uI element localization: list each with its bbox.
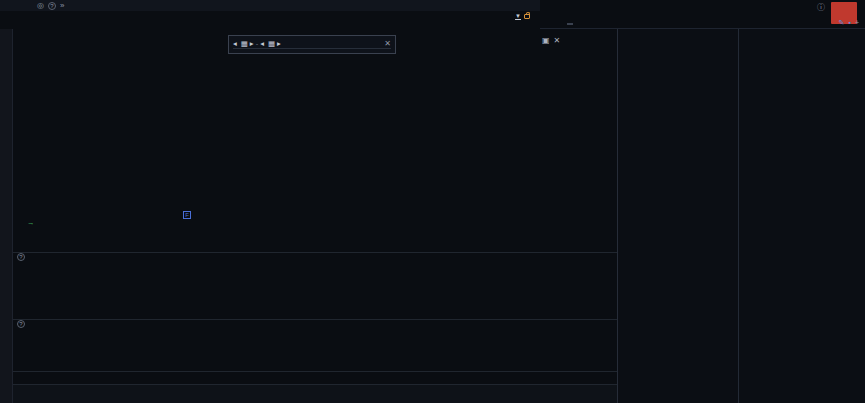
date-range-selector[interactable]: ▼ xyxy=(512,13,530,19)
square-icon[interactable]: ▪ xyxy=(848,19,850,27)
candlestick-chart[interactable] xyxy=(13,29,617,252)
view-sidebar xyxy=(0,29,13,403)
market-status xyxy=(567,23,573,25)
help-icon[interactable]: ? xyxy=(17,320,25,328)
volume-indicator-label: ? xyxy=(17,253,53,261)
time-axis xyxy=(13,371,617,383)
maximize-icon[interactable]: ▣ xyxy=(542,36,550,45)
more-chevron-icon[interactable]: » xyxy=(60,1,64,10)
stock-header: ⓘ ✎ ▪ + xyxy=(540,0,865,29)
selection-box-controls: ▣ ✕ xyxy=(542,36,560,45)
fundamentals-column xyxy=(738,29,865,403)
prev-arrow-icon[interactable]: ◂ xyxy=(233,39,237,48)
close-icon[interactable]: ✕ xyxy=(384,39,391,48)
period-toolbar: ◎ ? » xyxy=(0,0,540,11)
order-book-column xyxy=(618,29,738,403)
volume-chart[interactable] xyxy=(13,262,617,319)
pencil-icon[interactable]: ✎ xyxy=(839,19,845,27)
prev-arrow-icon[interactable]: ◂ xyxy=(260,39,264,48)
range-stats-tooltip: ◂ ▦ ▸ - ◂ ▦ ▸ ✕ xyxy=(228,35,396,54)
lock-icon xyxy=(524,14,530,19)
header-mini-icons: ✎ ▪ + xyxy=(839,19,859,27)
next-arrow-icon[interactable]: ▸ xyxy=(250,39,254,48)
tooltip-header: ◂ ▦ ▸ - ◂ ▦ ▸ ✕ xyxy=(233,38,391,49)
arrow-right-icon: → xyxy=(27,218,35,227)
chevron-down-icon: ▼ xyxy=(515,13,521,19)
calendar-icon[interactable]: ▦ xyxy=(268,39,275,48)
close-icon[interactable]: ✕ xyxy=(554,36,561,45)
plus-icon[interactable]: + xyxy=(855,19,859,27)
stock-name-block: ⓘ xyxy=(817,1,825,13)
quote-panel xyxy=(617,29,865,403)
help-icon[interactable]: ? xyxy=(17,253,25,261)
period-low-label: → xyxy=(27,218,35,227)
quote-bar: ▼ xyxy=(0,11,540,21)
event-flag-icon[interactable]: F xyxy=(183,211,191,219)
price-change xyxy=(658,8,664,19)
ma-values-bar xyxy=(0,21,540,29)
info-icon[interactable]: ⓘ xyxy=(817,3,825,12)
market-status-line xyxy=(552,23,584,25)
calendar-icon[interactable]: ▦ xyxy=(241,39,248,48)
help-icon[interactable]: ? xyxy=(48,2,56,10)
gear-icon[interactable]: ◎ xyxy=(37,1,44,10)
macd-indicator-label: ? xyxy=(17,320,53,328)
macd-chart[interactable] xyxy=(13,322,617,371)
indicator-tabs xyxy=(13,384,617,403)
chart-region: → ▣ ✕ F ◂ ▦ ▸ - ◂ ▦ ▸ ✕ ? ? xyxy=(13,29,617,403)
next-arrow-icon[interactable]: ▸ xyxy=(277,39,281,48)
